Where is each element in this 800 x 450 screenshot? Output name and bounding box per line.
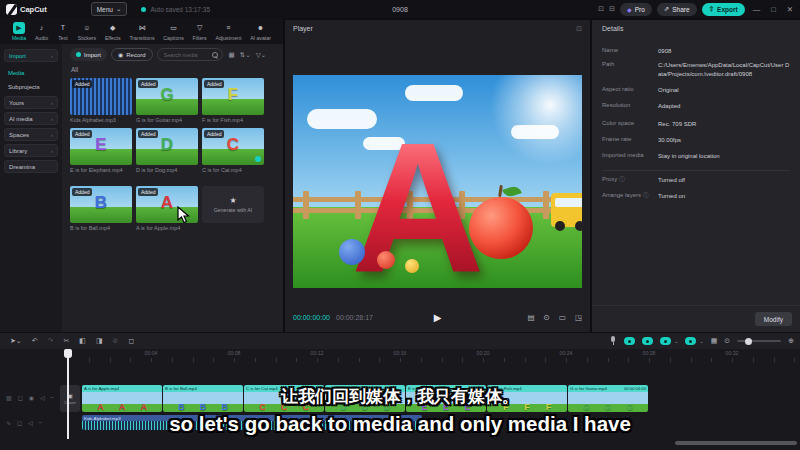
tab-effects[interactable]: ◆ Effects bbox=[105, 22, 121, 41]
tab-media[interactable]: ▶ Media bbox=[12, 22, 26, 41]
title-bar: CapCut Menu ⌄ Auto saved 13:17:35 0908 ⊡… bbox=[0, 0, 800, 18]
delete-icon[interactable]: ⊘ bbox=[113, 337, 119, 345]
fullscreen-icon[interactable]: ◳ bbox=[575, 313, 582, 322]
text-icon: T bbox=[57, 22, 69, 34]
media-search[interactable] bbox=[157, 48, 223, 61]
mute-icon[interactable]: ◁ bbox=[28, 419, 33, 426]
media-item-kids-alphabet[interactable]: Added Kids Alphabet.mp3 bbox=[70, 78, 132, 123]
sidebar-item-dreamina[interactable]: Dreamina bbox=[4, 160, 58, 173]
layout-toggle-icon[interactable]: ⊡ bbox=[598, 5, 604, 13]
delete-left-icon[interactable]: ◧ bbox=[79, 337, 86, 345]
share-button[interactable]: ⇗ Share bbox=[657, 3, 697, 16]
sort-icon[interactable]: ⇅⌄ bbox=[240, 51, 251, 59]
pro-button[interactable]: ◆ Pro bbox=[620, 3, 652, 16]
minimize-button[interactable]: — bbox=[750, 5, 764, 14]
sidebar-item-library[interactable]: Library› bbox=[4, 144, 58, 157]
tab-adjustment[interactable]: ≡ Adjustment bbox=[215, 22, 241, 41]
player-panel: Player ⊡ A bbox=[285, 20, 590, 332]
sidebar-item-subprojects[interactable]: Subprojects bbox=[4, 80, 58, 93]
lock-icon[interactable]: ◻ bbox=[17, 419, 22, 426]
media-item-g-guitar[interactable]: G Added G is for Guitar.mp4 bbox=[136, 78, 198, 123]
tab-captions[interactable]: ▭ Captions bbox=[163, 22, 183, 41]
timeline-ruler[interactable]: 00:04 00:08 00:12 00:16 00:20 00:24 00:2… bbox=[60, 349, 800, 362]
clip-b-ball[interactable]: B is for Ball.mp4 B B B bbox=[163, 385, 243, 412]
menu-button[interactable]: Menu ⌄ bbox=[91, 2, 128, 16]
delete-right-icon[interactable]: ◨ bbox=[96, 337, 103, 345]
capcut-logo-icon bbox=[6, 4, 17, 15]
crop-icon[interactable]: ◻ bbox=[128, 337, 134, 345]
sidebar-item-media[interactable]: Media bbox=[4, 66, 58, 79]
import-button[interactable]: Import bbox=[70, 48, 107, 61]
player-options-icon[interactable]: ⊡ bbox=[576, 25, 582, 33]
detail-row-resolution: Resolution Adapted bbox=[602, 102, 790, 111]
detail-row-frame-rate: Frame rate 30.00fps bbox=[602, 136, 790, 145]
render-preview-icon[interactable]: ▦ bbox=[711, 337, 718, 345]
zoom-slider-handle[interactable] bbox=[745, 338, 752, 345]
track-type-icon: ▥ bbox=[6, 394, 12, 401]
link-toggle-icon[interactable] bbox=[642, 337, 653, 345]
search-input[interactable] bbox=[162, 51, 210, 59]
yellow-ball bbox=[405, 259, 419, 273]
maximize-button[interactable]: □ bbox=[768, 5, 779, 14]
audio-thumbnail[interactable]: Added bbox=[70, 78, 132, 115]
tab-stickers[interactable]: ☺ Stickers bbox=[78, 22, 96, 41]
panel-toggle-icon[interactable]: ⊟ bbox=[609, 5, 615, 13]
media-item-e-elephant[interactable]: E Added E is for Elephant.mp4 bbox=[70, 128, 132, 173]
cover-button[interactable]: ▣ Cover bbox=[60, 385, 80, 412]
tab-text[interactable]: T Text bbox=[57, 22, 69, 41]
chevron-down-icon: ⌄ bbox=[116, 5, 121, 13]
hide-icon[interactable]: ◉ bbox=[29, 394, 34, 401]
details-header: Details bbox=[602, 25, 623, 32]
collapse-icon[interactable]: − bbox=[39, 419, 43, 426]
clip-a-apple[interactable]: A is for Apple.mp4 A A A bbox=[82, 385, 162, 412]
clip-g-guitar[interactable]: G is for Guitar.mp4 00:00:04:00 G G G bbox=[568, 385, 648, 412]
video-preview: A bbox=[293, 75, 582, 288]
redo-icon[interactable]: ↷ bbox=[48, 337, 54, 345]
lock-icon[interactable]: ◻ bbox=[18, 394, 23, 401]
select-tool-icon[interactable]: ➤⌄ bbox=[10, 337, 22, 345]
filter-icon[interactable]: ▽⌄ bbox=[256, 51, 266, 59]
split-icon[interactable]: ✂ bbox=[63, 337, 69, 345]
chevron-down-icon: ⌄ bbox=[699, 338, 703, 344]
ratio-icon[interactable]: ▭ bbox=[559, 313, 566, 322]
sidebar-item-ai-media[interactable]: AI media› bbox=[4, 112, 58, 125]
close-button[interactable]: ✕ bbox=[784, 5, 796, 14]
share-icon: ⇗ bbox=[664, 5, 669, 13]
mute-icon[interactable]: ◁ bbox=[40, 394, 45, 401]
media-item-f-fish[interactable]: F Added F is for Fish.mp4 bbox=[202, 78, 264, 123]
tab-filters[interactable]: ▽ Filters bbox=[193, 22, 207, 41]
sidebar-item-spaces[interactable]: Spaces› bbox=[4, 128, 58, 141]
sidebar-item-import[interactable]: Import› bbox=[4, 49, 58, 62]
undo-icon[interactable]: ↶ bbox=[32, 337, 38, 345]
playhead-handle[interactable] bbox=[64, 349, 72, 358]
divider bbox=[602, 170, 790, 171]
media-item-b-ball[interactable]: B Added B is for Ball.mp4 bbox=[70, 186, 132, 231]
media-item-d-dog[interactable]: D Added D is for Dog.mp4 bbox=[136, 128, 198, 173]
filter-all-label[interactable]: All bbox=[71, 66, 78, 73]
grid-view-icon[interactable]: ▦ bbox=[229, 51, 235, 59]
voiceover-mic-icon[interactable] bbox=[609, 336, 617, 346]
autosave-dot-icon bbox=[141, 7, 146, 12]
play-button[interactable]: ▶ bbox=[434, 312, 442, 323]
export-icon: ⇧ bbox=[709, 5, 714, 13]
adsorb-toggle-icon[interactable] bbox=[685, 337, 696, 345]
tab-transitions[interactable]: ⋈ Transitions bbox=[129, 22, 154, 41]
preview-axis-toggle-icon[interactable] bbox=[660, 337, 671, 345]
modify-button[interactable]: Modify bbox=[755, 312, 792, 326]
generate-with-ai-tile[interactable]: ★ Generate with AI bbox=[202, 186, 264, 223]
chevron-right-icon: › bbox=[51, 148, 53, 154]
media-item-c-cat[interactable]: C Added C is for Cat.mp4 bbox=[202, 128, 264, 173]
record-button[interactable]: ◉ Record bbox=[111, 48, 153, 61]
zoom-fit-icon[interactable]: ⊙ bbox=[724, 337, 730, 345]
focus-icon[interactable]: ⊙ bbox=[544, 313, 550, 322]
sidebar-item-yours[interactable]: Yours› bbox=[4, 96, 58, 109]
tab-ai-avatar[interactable]: ☻ AI avatar bbox=[250, 22, 271, 41]
collapse-icon[interactable]: − bbox=[51, 394, 55, 401]
tab-audio[interactable]: ♪ Audio bbox=[35, 22, 48, 41]
horizontal-scrollbar[interactable] bbox=[675, 441, 797, 445]
timeline-zoom-slider[interactable] bbox=[737, 340, 781, 342]
export-button[interactable]: ⇧ Export bbox=[702, 3, 745, 16]
zoom-in-icon[interactable]: ⊕ bbox=[788, 337, 794, 345]
auto-snap-toggle-icon[interactable] bbox=[624, 337, 635, 345]
preview-quality-icon[interactable]: ▤ bbox=[527, 313, 534, 322]
